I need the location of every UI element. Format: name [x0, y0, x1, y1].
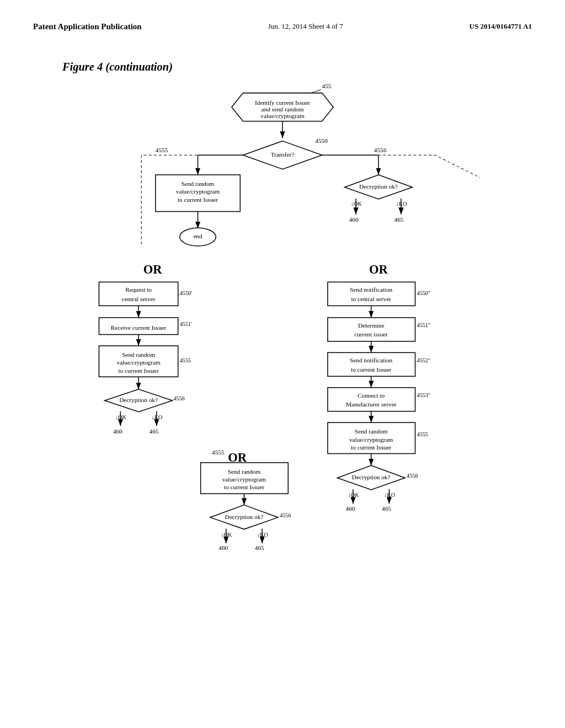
figure-label: Figure 4 (continuation)	[62, 61, 173, 73]
svg-text:Send random: Send random	[228, 468, 261, 475]
svg-text:Decryption ok?: Decryption ok?	[359, 183, 398, 190]
or-label-2: OR	[369, 263, 388, 276]
label-4555-top: 4555	[156, 147, 168, 153]
node-request-central	[99, 282, 178, 306]
node-notify-central	[328, 282, 415, 306]
svg-text:to current Issuer: to current Issuer	[224, 484, 264, 490]
page-header: Patent Application Publication Jun. 12, …	[33, 22, 532, 31]
svg-line-2	[311, 89, 321, 93]
svg-text:↓KO: ↓KO	[152, 414, 163, 420]
svg-text:to central server: to central server	[351, 296, 391, 302]
svg-text:value/cryptogram: value/cryptogram	[176, 188, 220, 195]
label-460-left: 460	[113, 428, 122, 435]
svg-text:to current Issuer: to current Issuer	[178, 196, 218, 203]
label-ok-top: ↓OK	[351, 201, 362, 207]
label-4556-right: 4556	[407, 473, 418, 479]
label-460-top: 460	[349, 216, 359, 223]
node-determine-issuer	[328, 318, 415, 341]
label-4555-left: 4555	[180, 357, 191, 363]
svg-text:to current Issuer: to current Issuer	[119, 367, 159, 374]
header-left: Patent Application Publication	[33, 22, 142, 31]
label-4556-left: 4556	[174, 395, 185, 402]
svg-text:↓OK: ↓OK	[115, 414, 126, 420]
label-4555-bottom: 4555	[212, 449, 225, 456]
label-4553pp: 4553"	[417, 392, 431, 398]
svg-text:value/cryptogram: value/cryptogram	[222, 476, 266, 483]
label-465-left: 465	[150, 428, 159, 435]
svg-text:to current Issuer: to current Issuer	[351, 366, 391, 373]
svg-text:Send random: Send random	[355, 428, 388, 435]
label-465-top: 465	[395, 216, 404, 223]
page: Patent Application Publication Jun. 12, …	[0, 0, 565, 728]
patent-diagram: Figure 4 (continuation) 455 Identify cur…	[40, 53, 525, 652]
svg-text:↓KO: ↓KO	[257, 532, 268, 538]
svg-text:Send random: Send random	[122, 351, 155, 358]
svg-text:↓OK: ↓OK	[348, 492, 359, 498]
svg-text:Request to: Request to	[125, 286, 152, 293]
svg-text:central server: central server	[122, 296, 156, 302]
label-465-right: 465	[382, 505, 391, 512]
svg-text:Decryption ok?: Decryption ok?	[119, 397, 158, 403]
label-4550p: 4550'	[180, 290, 192, 296]
svg-text:Send notification: Send notification	[350, 286, 393, 293]
svg-text:value/cryptogram: value/cryptogram	[260, 113, 305, 119]
label-4551pp: 4551"	[417, 322, 431, 328]
label-460-bottom: 460	[218, 544, 228, 551]
label-4551p: 4551'	[180, 321, 192, 327]
label-4555-right: 4555	[417, 431, 428, 437]
svg-text:current issuer: current issuer	[354, 331, 388, 338]
svg-text:Determine: Determine	[358, 322, 384, 329]
label-4556-top: 4556	[374, 147, 387, 153]
svg-text:Receive current Issuer: Receive current Issuer	[111, 324, 167, 331]
header-right: US 2014/0164771 A1	[470, 22, 532, 31]
label-4550pp: 4550"	[417, 290, 431, 296]
label-465-bottom: 465	[255, 544, 264, 551]
or-label-1: OR	[143, 263, 163, 276]
header-center: Jun. 12, 2014 Sheet 4 of 7	[268, 22, 343, 31]
svg-text:Transfer?: Transfer?	[271, 151, 295, 158]
svg-text:↓OK: ↓OK	[221, 532, 232, 538]
label-4552pp: 4552"	[417, 357, 431, 363]
label-ko-top: ↓KO	[396, 201, 407, 207]
svg-text:Send random: Send random	[182, 180, 215, 187]
svg-text:Manufacturer server: Manufacturer server	[346, 401, 397, 408]
svg-text:and send random: and send random	[262, 106, 304, 113]
node-notify-issuer	[328, 352, 415, 376]
svg-text:to current Issuer: to current Issuer	[351, 444, 391, 451]
svg-text:value/cryptogram: value/cryptogram	[116, 359, 161, 366]
label-4556-bottom: 4556	[280, 512, 291, 518]
svg-text:Decryption ok?: Decryption ok?	[352, 474, 391, 480]
svg-text:Connect to: Connect to	[358, 392, 385, 399]
label-4550: 4550	[315, 137, 328, 144]
dashed-right	[322, 155, 481, 178]
label-455: 455	[322, 83, 332, 89]
svg-text:Identify current Issuer: Identify current Issuer	[255, 99, 310, 106]
svg-text:end: end	[193, 233, 202, 239]
svg-text:↓KO: ↓KO	[384, 492, 395, 498]
node-connect-manufacturer	[328, 388, 415, 411]
label-460-right: 460	[346, 505, 355, 512]
svg-text:Send notification: Send notification	[350, 357, 393, 363]
svg-text:value/cryptogram: value/cryptogram	[349, 436, 393, 443]
svg-text:Decryption ok?: Decryption ok?	[225, 513, 264, 520]
